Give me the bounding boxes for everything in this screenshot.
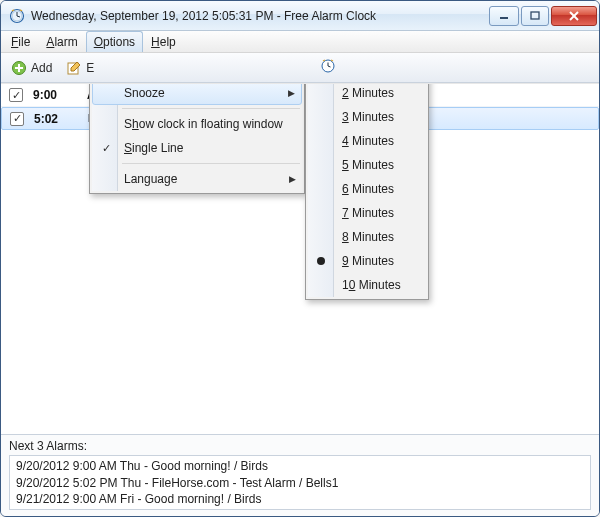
close-icon — [568, 10, 580, 22]
alarm-list: ✓ 9:00 A ✓ 5:02 P ✓ Run at Windows start… — [1, 83, 599, 434]
menu-options[interactable]: Options — [86, 31, 143, 52]
snooze-option[interactable]: 10 Minutes — [308, 273, 426, 297]
snooze-option[interactable]: 5 Minutes — [308, 153, 426, 177]
snooze-option[interactable]: 8 Minutes — [308, 225, 426, 249]
snooze-submenu: 1 Minute 2 Minutes 3 Minutes 4 Minutes 5… — [305, 83, 429, 300]
upcoming-alarm: 9/20/2012 9:00 AM Thu - Good morning! / … — [16, 458, 584, 474]
alarm-time: 5:02 — [34, 112, 86, 126]
snooze-option[interactable]: 6 Minutes — [308, 177, 426, 201]
options-dropdown: ✓ Run at Windows startup Snooze ▶ Show c… — [89, 83, 305, 194]
snooze-option[interactable]: 3 Minutes — [308, 105, 426, 129]
upcoming-alarm: 9/21/2012 9:00 AM Fri - Good morning! / … — [16, 491, 584, 507]
snooze-option[interactable]: 9 Minutes — [308, 249, 426, 273]
add-icon — [11, 60, 27, 76]
titlebar[interactable]: Wednesday, September 19, 2012 5:05:31 PM… — [1, 1, 599, 31]
add-label: Add — [31, 61, 52, 75]
menu-separator — [122, 163, 300, 164]
snooze-clock-icon — [320, 58, 336, 74]
minimize-button[interactable] — [489, 6, 519, 26]
app-window: Wednesday, September 19, 2012 5:05:31 PM… — [0, 0, 600, 517]
option-snooze[interactable]: Snooze ▶ — [92, 83, 302, 105]
upcoming-alarms-list: 9/20/2012 9:00 AM Thu - Good morning! / … — [9, 455, 591, 510]
add-button[interactable]: Add — [7, 58, 56, 78]
option-language[interactable]: Language ▶ — [92, 167, 302, 191]
maximize-button[interactable] — [521, 6, 549, 26]
edit-icon — [66, 60, 82, 76]
radio-dot-icon — [317, 257, 325, 265]
app-clock-icon — [9, 8, 25, 24]
option-floating-window[interactable]: Show clock in floating window — [92, 112, 302, 136]
close-button[interactable] — [551, 6, 597, 26]
status-panel: Next 3 Alarms: 9/20/2012 9:00 AM Thu - G… — [1, 434, 599, 516]
window-title: Wednesday, September 19, 2012 5:05:31 PM… — [31, 9, 487, 23]
edit-label-fragment: E — [86, 61, 94, 75]
menu-help[interactable]: Help — [143, 31, 184, 52]
alarm-checkbox[interactable]: ✓ — [9, 88, 23, 102]
alarm-time: 9:00 — [33, 88, 85, 102]
edit-button[interactable]: E — [62, 58, 98, 78]
snooze-option[interactable]: 4 Minutes — [308, 129, 426, 153]
maximize-icon — [530, 11, 540, 21]
snooze-option[interactable]: 2 Minutes — [308, 83, 426, 105]
menu-separator — [122, 108, 300, 109]
status-header: Next 3 Alarms: — [9, 439, 591, 453]
option-single-line[interactable]: ✓ Single Line — [92, 136, 302, 160]
svg-rect-5 — [531, 12, 539, 19]
upcoming-alarm: 9/20/2012 5:02 PM Thu - FileHorse.com - … — [16, 475, 584, 491]
menu-file[interactable]: File — [3, 31, 38, 52]
check-icon: ✓ — [98, 142, 114, 155]
snooze-option[interactable]: 7 Minutes — [308, 201, 426, 225]
submenu-arrow-icon: ▶ — [289, 174, 296, 184]
submenu-arrow-icon: ▶ — [288, 88, 295, 98]
alarm-checkbox[interactable]: ✓ — [10, 112, 24, 126]
menu-alarm[interactable]: Alarm — [38, 31, 85, 52]
menubar: File Alarm Options Help — [1, 31, 599, 53]
window-controls — [487, 6, 597, 26]
toolbar: Add E — [1, 53, 599, 83]
minimize-icon — [499, 11, 509, 21]
